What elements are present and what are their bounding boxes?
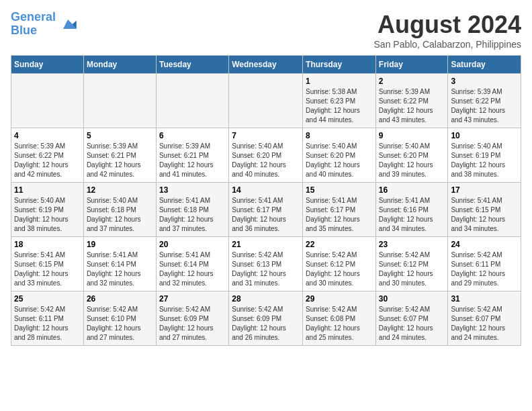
calendar-cell: 24Sunrise: 5:42 AM Sunset: 6:11 PM Dayli… (448, 237, 521, 291)
calendar-cell: 26Sunrise: 5:42 AM Sunset: 6:10 PM Dayli… (83, 291, 156, 346)
location-subtitle: San Pablo, Calabarzon, Philippines (374, 39, 521, 50)
header-friday: Friday (375, 56, 448, 74)
calendar-cell: 12Sunrise: 5:40 AM Sunset: 6:18 PM Dayli… (83, 183, 156, 237)
day-number: 25 (14, 294, 81, 304)
calendar-cell: 10Sunrise: 5:40 AM Sunset: 6:19 PM Dayli… (448, 128, 521, 183)
calendar-body: 1Sunrise: 5:38 AM Sunset: 6:23 PM Daylig… (11, 74, 521, 346)
day-info: Sunrise: 5:41 AM Sunset: 6:15 PM Dayligh… (451, 196, 518, 234)
calendar-week-1: 1Sunrise: 5:38 AM Sunset: 6:23 PM Daylig… (11, 74, 521, 128)
day-number: 18 (14, 240, 81, 249)
calendar-cell: 25Sunrise: 5:42 AM Sunset: 6:11 PM Dayli… (11, 291, 84, 346)
day-info: Sunrise: 5:42 AM Sunset: 6:11 PM Dayligh… (14, 305, 81, 342)
calendar-cell: 2Sunrise: 5:39 AM Sunset: 6:22 PM Daylig… (375, 74, 448, 128)
header-sunday: Sunday (11, 56, 84, 74)
calendar-cell (11, 74, 84, 128)
day-info: Sunrise: 5:40 AM Sunset: 6:18 PM Dayligh… (87, 196, 153, 234)
day-info: Sunrise: 5:42 AM Sunset: 6:10 PM Dayligh… (87, 305, 153, 342)
day-info: Sunrise: 5:41 AM Sunset: 6:14 PM Dayligh… (87, 250, 153, 288)
calendar-cell: 15Sunrise: 5:41 AM Sunset: 6:17 PM Dayli… (303, 183, 376, 237)
calendar-cell: 6Sunrise: 5:39 AM Sunset: 6:21 PM Daylig… (156, 128, 228, 183)
day-info: Sunrise: 5:42 AM Sunset: 6:13 PM Dayligh… (232, 250, 300, 288)
calendar-cell (229, 74, 303, 128)
calendar-week-2: 4Sunrise: 5:39 AM Sunset: 6:22 PM Daylig… (11, 128, 521, 183)
calendar-cell: 19Sunrise: 5:41 AM Sunset: 6:14 PM Dayli… (83, 237, 156, 291)
day-number: 2 (379, 77, 445, 86)
day-info: Sunrise: 5:42 AM Sunset: 6:07 PM Dayligh… (451, 305, 518, 342)
day-info: Sunrise: 5:39 AM Sunset: 6:22 PM Dayligh… (379, 87, 445, 125)
day-number: 28 (232, 294, 300, 304)
logo-text: GeneralBlue (11, 11, 56, 38)
day-info: Sunrise: 5:41 AM Sunset: 6:14 PM Dayligh… (159, 250, 226, 288)
calendar-week-3: 11Sunrise: 5:40 AM Sunset: 6:19 PM Dayli… (11, 183, 521, 237)
day-info: Sunrise: 5:40 AM Sunset: 6:19 PM Dayligh… (451, 142, 518, 179)
day-info: Sunrise: 5:39 AM Sunset: 6:21 PM Dayligh… (87, 142, 153, 179)
logo-icon (58, 15, 77, 34)
day-number: 31 (451, 294, 518, 304)
day-number: 9 (379, 131, 445, 140)
header-tuesday: Tuesday (156, 56, 228, 74)
day-number: 22 (306, 240, 373, 249)
day-number: 20 (159, 240, 226, 249)
calendar-table: Sunday Monday Tuesday Wednesday Thursday… (11, 55, 521, 346)
calendar-cell: 21Sunrise: 5:42 AM Sunset: 6:13 PM Dayli… (229, 237, 303, 291)
day-number: 12 (87, 185, 153, 195)
calendar-cell: 14Sunrise: 5:41 AM Sunset: 6:17 PM Dayli… (229, 183, 303, 237)
day-info: Sunrise: 5:42 AM Sunset: 6:11 PM Dayligh… (451, 250, 518, 288)
day-number: 16 (379, 185, 445, 195)
day-info: Sunrise: 5:42 AM Sunset: 6:09 PM Dayligh… (159, 305, 226, 342)
calendar-cell (156, 74, 228, 128)
header-thursday: Thursday (303, 56, 376, 74)
calendar-week-4: 18Sunrise: 5:41 AM Sunset: 6:15 PM Dayli… (11, 237, 521, 291)
header-row: Sunday Monday Tuesday Wednesday Thursday… (11, 56, 521, 74)
day-number: 11 (14, 185, 81, 195)
day-info: Sunrise: 5:42 AM Sunset: 6:12 PM Dayligh… (306, 250, 373, 288)
calendar-cell: 17Sunrise: 5:41 AM Sunset: 6:15 PM Dayli… (448, 183, 521, 237)
calendar-cell: 5Sunrise: 5:39 AM Sunset: 6:21 PM Daylig… (83, 128, 156, 183)
day-info: Sunrise: 5:40 AM Sunset: 6:19 PM Dayligh… (14, 196, 81, 234)
calendar-header: Sunday Monday Tuesday Wednesday Thursday… (11, 56, 521, 74)
day-number: 29 (306, 294, 373, 304)
day-number: 19 (87, 240, 153, 249)
header-wednesday: Wednesday (229, 56, 303, 74)
day-number: 26 (87, 294, 153, 304)
day-info: Sunrise: 5:40 AM Sunset: 6:20 PM Dayligh… (379, 142, 445, 179)
day-info: Sunrise: 5:42 AM Sunset: 6:12 PM Dayligh… (379, 250, 445, 288)
day-number: 13 (159, 185, 226, 195)
calendar-cell: 1Sunrise: 5:38 AM Sunset: 6:23 PM Daylig… (303, 74, 376, 128)
calendar-cell: 7Sunrise: 5:40 AM Sunset: 6:20 PM Daylig… (229, 128, 303, 183)
calendar-cell: 4Sunrise: 5:39 AM Sunset: 6:22 PM Daylig… (11, 128, 84, 183)
day-number: 23 (379, 240, 445, 249)
day-number: 4 (14, 131, 81, 140)
day-info: Sunrise: 5:41 AM Sunset: 6:15 PM Dayligh… (14, 250, 81, 288)
calendar-cell (83, 74, 156, 128)
day-number: 1 (306, 77, 373, 86)
calendar-cell: 20Sunrise: 5:41 AM Sunset: 6:14 PM Dayli… (156, 237, 228, 291)
day-info: Sunrise: 5:41 AM Sunset: 6:18 PM Dayligh… (159, 196, 226, 234)
day-number: 5 (87, 131, 153, 140)
day-number: 7 (232, 131, 300, 140)
day-info: Sunrise: 5:40 AM Sunset: 6:20 PM Dayligh… (306, 142, 373, 179)
day-info: Sunrise: 5:41 AM Sunset: 6:16 PM Dayligh… (379, 196, 445, 234)
day-number: 30 (379, 294, 445, 304)
calendar-cell: 30Sunrise: 5:42 AM Sunset: 6:07 PM Dayli… (375, 291, 448, 346)
page-header: GeneralBlue August 2024 San Pablo, Calab… (11, 11, 521, 50)
calendar-cell: 3Sunrise: 5:39 AM Sunset: 6:22 PM Daylig… (448, 74, 521, 128)
calendar-cell: 28Sunrise: 5:42 AM Sunset: 6:09 PM Dayli… (229, 291, 303, 346)
day-number: 27 (159, 294, 226, 304)
day-info: Sunrise: 5:41 AM Sunset: 6:17 PM Dayligh… (306, 196, 373, 234)
day-info: Sunrise: 5:41 AM Sunset: 6:17 PM Dayligh… (232, 196, 300, 234)
calendar-cell: 27Sunrise: 5:42 AM Sunset: 6:09 PM Dayli… (156, 291, 228, 346)
day-info: Sunrise: 5:39 AM Sunset: 6:22 PM Dayligh… (14, 142, 81, 179)
calendar-cell: 31Sunrise: 5:42 AM Sunset: 6:07 PM Dayli… (448, 291, 521, 346)
calendar-cell: 11Sunrise: 5:40 AM Sunset: 6:19 PM Dayli… (11, 183, 84, 237)
calendar-cell: 18Sunrise: 5:41 AM Sunset: 6:15 PM Dayli… (11, 237, 84, 291)
day-info: Sunrise: 5:39 AM Sunset: 6:21 PM Dayligh… (159, 142, 226, 179)
day-number: 3 (451, 77, 518, 86)
day-number: 6 (159, 131, 226, 140)
header-saturday: Saturday (448, 56, 521, 74)
calendar-cell: 22Sunrise: 5:42 AM Sunset: 6:12 PM Dayli… (303, 237, 376, 291)
calendar-cell: 9Sunrise: 5:40 AM Sunset: 6:20 PM Daylig… (375, 128, 448, 183)
day-number: 21 (232, 240, 300, 249)
day-number: 15 (306, 185, 373, 195)
calendar-cell: 29Sunrise: 5:42 AM Sunset: 6:08 PM Dayli… (303, 291, 376, 346)
